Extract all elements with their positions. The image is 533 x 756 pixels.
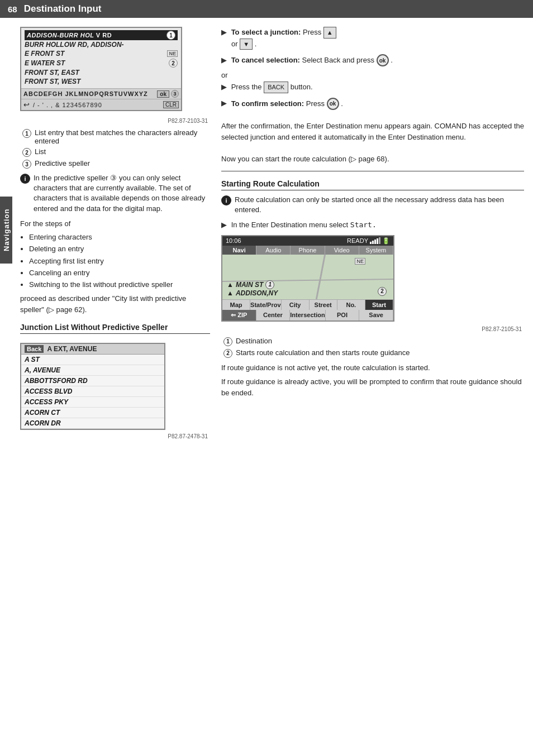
junction-item-4[interactable]: ABBOTTSFORD RD bbox=[21, 376, 164, 386]
enter-dest-text: In the Enter Destination menu select bbox=[231, 221, 349, 229]
annotation-list-top: 1 List entry that best matches the chara… bbox=[20, 128, 210, 169]
left-column: ADDISON-BURR HOL V RD 1 BURR HOLLOW RD, … bbox=[20, 27, 210, 439]
dest-badge-1: 1 bbox=[265, 280, 274, 289]
bullet-1: Entering characters bbox=[29, 232, 210, 242]
key-down[interactable]: ▼ bbox=[240, 39, 253, 50]
junction-device: Back A EXT, AVENUE A ST A, AVENUE ABBOTT… bbox=[20, 343, 165, 430]
arrow-icon-3: ▶ bbox=[221, 83, 227, 91]
nav-device-pcode: P82.87-2105-31 bbox=[221, 326, 524, 332]
junction-item-2[interactable]: A ST bbox=[21, 355, 164, 365]
junction-item-5[interactable]: ACCESS BLVD bbox=[21, 386, 164, 397]
starting-route-heading: Starting Route Calculation bbox=[221, 179, 524, 190]
junction-section-heading: Junction List Without Predictive Speller bbox=[20, 323, 210, 334]
info-text-route: Route calculation can only be started on… bbox=[235, 195, 524, 215]
ann-num-b2: 2 bbox=[223, 349, 232, 358]
key-up[interactable]: ▲ bbox=[323, 27, 336, 39]
nav-btn-state[interactable]: State/Prov bbox=[250, 300, 281, 310]
arrow-icon-2: ▶ bbox=[221, 56, 227, 64]
ready-text: READY bbox=[347, 237, 368, 244]
nav-btn-center[interactable]: Center bbox=[256, 310, 291, 320]
nav-btn-intersection[interactable]: Intersection bbox=[290, 310, 325, 320]
top-device-pcode: P82.87-2103-31 bbox=[20, 118, 210, 124]
tab-video[interactable]: Video bbox=[325, 246, 359, 255]
tab-phone[interactable]: Phone bbox=[291, 246, 325, 255]
address-text-4: E WATER ST bbox=[25, 59, 65, 67]
tab-audio[interactable]: Audio bbox=[256, 246, 291, 255]
confirm-para: After the confirmation, the Enter Destin… bbox=[221, 122, 524, 141]
map-area: NE ▲ MAIN ST 1 bbox=[222, 255, 393, 299]
bullet-5: Switching to the list without predictive… bbox=[29, 280, 210, 290]
confirm-label: To confirm selection: bbox=[231, 99, 304, 107]
steps-intro: For the steps of bbox=[20, 218, 210, 229]
junction-header: Back A EXT, AVENUE bbox=[21, 344, 164, 355]
ann-num-3: 3 bbox=[22, 160, 31, 169]
cancel-selection-block: ▶ To cancel selection: Select Back and p… bbox=[221, 54, 524, 66]
ok-circle-1[interactable]: ok bbox=[377, 54, 389, 66]
address-text-1: ADDISON-BURR HOL V RD bbox=[27, 32, 112, 39]
speller-row[interactable]: ABCDEFGH JKLMNOPQRSTUVWXYZ ok 3 bbox=[21, 88, 181, 99]
cancel-text: Select Back and press bbox=[302, 56, 377, 64]
address-item-5[interactable]: FRONT ST, EAST bbox=[25, 68, 178, 77]
info-icon-predictive: i bbox=[20, 174, 30, 184]
nav-btn-zip[interactable]: ⇐ ZIP bbox=[222, 310, 256, 320]
ok-button[interactable]: ok bbox=[157, 90, 169, 98]
speller-badge: 3 bbox=[171, 90, 179, 98]
nav-btn-no[interactable]: No. bbox=[337, 300, 365, 310]
dest-main-st: MAIN ST bbox=[236, 281, 263, 289]
nav-bottom-bar-1[interactable]: Map State/Prov City Street No. Start bbox=[222, 299, 393, 310]
back-arrow-icon[interactable]: ↩ bbox=[23, 101, 30, 109]
nav-tab-bar[interactable]: Navi Audio Phone Video System bbox=[222, 246, 393, 255]
press-back-block: ▶ Press the BACK button. bbox=[221, 82, 524, 93]
back-key-badge[interactable]: BACK bbox=[264, 82, 288, 93]
ok-circle-2[interactable]: ok bbox=[327, 98, 339, 110]
junction-item-1[interactable]: A EXT, AVENUE bbox=[47, 345, 97, 353]
nav-btn-street[interactable]: Street bbox=[310, 300, 337, 310]
address-item-1[interactable]: ADDISON-BURR HOL V RD 1 bbox=[25, 30, 178, 40]
nav-device: 10:06 READY 🔋 bbox=[221, 235, 394, 322]
speller-nums-row[interactable]: ↩ / - ' . , & 1234567890 CLR bbox=[21, 99, 181, 110]
page-title: Destination Input bbox=[24, 3, 102, 15]
address-item-4[interactable]: E WATER ST NE 2 bbox=[25, 58, 178, 68]
ann-text-b2: Starts route calculation and then starts… bbox=[236, 348, 410, 357]
dest-badge-2: 2 bbox=[378, 287, 387, 296]
annotation-1: 1 List entry that best matches the chara… bbox=[22, 128, 210, 145]
nav-bottom-bar-2[interactable]: ⇐ ZIP Center Intersection POI Save bbox=[222, 310, 393, 320]
signal-bars bbox=[370, 237, 380, 244]
info-icon-route: i bbox=[221, 195, 231, 205]
junction-item-8[interactable]: ACORN DR bbox=[21, 418, 164, 429]
tab-system[interactable]: System bbox=[359, 246, 393, 255]
period-1: . bbox=[255, 40, 257, 48]
address-item-3[interactable]: E FRONT ST NE bbox=[25, 49, 178, 58]
ann-text-2: List bbox=[35, 147, 46, 156]
junction-item-3[interactable]: A, AVENUE bbox=[21, 365, 164, 376]
bullet-4: Canceling an entry bbox=[29, 268, 210, 278]
nav-btn-city[interactable]: City bbox=[282, 300, 310, 310]
dest-icon-1: ▲ bbox=[227, 281, 234, 289]
ann-text-1: List entry that best matches the charact… bbox=[35, 128, 210, 145]
nav-btn-poi[interactable]: POI bbox=[326, 310, 360, 320]
info-text-predictive: In the predictive speller ③ you can only… bbox=[34, 173, 210, 214]
junction-item-7[interactable]: ACORN CT bbox=[21, 408, 164, 418]
dest-row-2: ▲ ADDISON,NY bbox=[227, 289, 278, 297]
bullet-2: Deleting an entry bbox=[29, 244, 210, 254]
annotation-bottom-2: 2 Starts route calculation and then star… bbox=[223, 348, 524, 358]
back-label[interactable]: Back bbox=[25, 345, 44, 353]
bar-1 bbox=[370, 242, 372, 244]
address-item-2[interactable]: BURR HOLLOW RD, ADDISON- bbox=[25, 40, 178, 49]
ann-text-3: Predictive speller bbox=[35, 159, 90, 168]
speller-nums: / - ' . , & 1234567890 bbox=[33, 102, 162, 108]
select-junction-text: Press bbox=[303, 28, 323, 36]
bar-4 bbox=[377, 238, 378, 244]
badge-2: 2 bbox=[169, 59, 178, 68]
nav-btn-start[interactable]: Start bbox=[365, 300, 393, 310]
junction-item-6[interactable]: ACCESS PKY bbox=[21, 397, 164, 408]
clr-button[interactable]: CLR bbox=[163, 101, 179, 108]
nav-btn-save[interactable]: Save bbox=[359, 310, 393, 320]
address-item-6[interactable]: FRONT ST, WEST bbox=[25, 77, 178, 86]
para1: If route guidance is not active yet, the… bbox=[221, 362, 524, 374]
address-text-2: BURR HOLLOW RD, ADDISON- bbox=[25, 41, 124, 49]
nav-btn-map[interactable]: Map bbox=[222, 300, 250, 310]
select-junction-label: To select a junction: bbox=[231, 28, 301, 36]
tab-navi[interactable]: Navi bbox=[222, 246, 256, 255]
nav-ready: READY 🔋 bbox=[347, 237, 390, 245]
